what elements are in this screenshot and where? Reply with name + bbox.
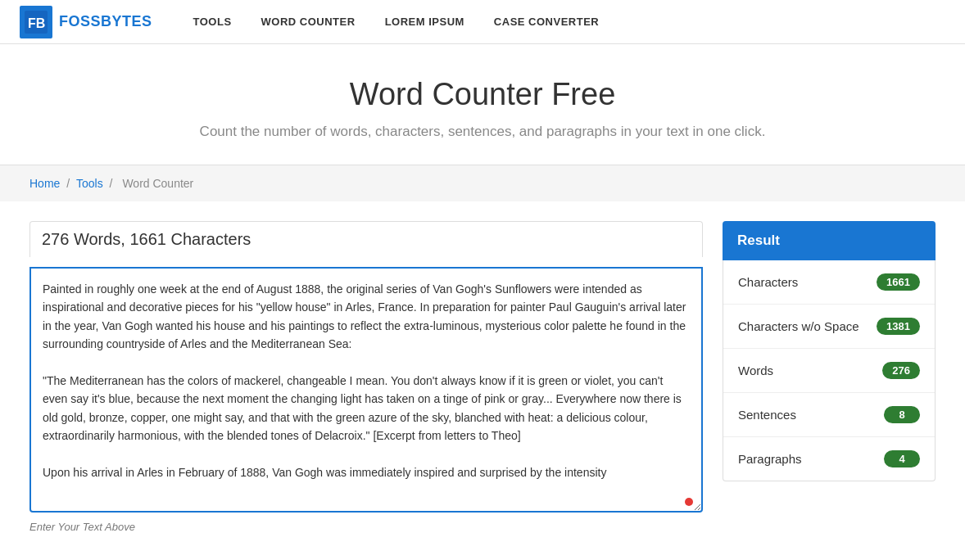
- result-label-characters: Characters: [738, 275, 798, 289]
- page-subtitle: Count the number of words, characters, s…: [16, 124, 949, 140]
- result-item-chars-no-space: Characters w/o Space 1381: [723, 305, 935, 349]
- textarea-wrapper: Painted in roughly one week at the end o…: [29, 267, 703, 516]
- word-count-summary: 276 Words, 1661 Characters: [29, 221, 703, 257]
- text-input[interactable]: Painted in roughly one week at the end o…: [29, 267, 703, 513]
- nav-tools[interactable]: TOOLS: [179, 0, 247, 44]
- result-item-characters: Characters 1661: [723, 260, 935, 305]
- result-badge-chars-no-space: 1381: [877, 318, 920, 335]
- result-label-sentences: Sentences: [738, 408, 796, 422]
- breadcrumb-sep-1: /: [66, 177, 73, 190]
- result-badge-words: 276: [882, 362, 920, 379]
- svg-text:FB: FB: [28, 16, 45, 30]
- page-title: Word Counter Free: [16, 77, 949, 112]
- breadcrumb-sep-2: /: [110, 177, 116, 190]
- logo-icon: FB: [20, 6, 52, 38]
- result-badge-paragraphs: 4: [884, 450, 920, 467]
- result-item-sentences: Sentences 8: [723, 393, 935, 437]
- right-panel: Result Characters 1661 Characters w/o Sp…: [723, 221, 936, 481]
- red-dot-indicator: [685, 498, 693, 506]
- result-label-chars-no-space: Characters w/o Space: [738, 319, 859, 333]
- result-item-paragraphs: Paragraphs 4: [723, 437, 935, 481]
- result-item-words: Words 276: [723, 349, 935, 393]
- nav-case-converter[interactable]: CASE CONVERTER: [479, 0, 614, 44]
- result-list: Characters 1661 Characters w/o Space 138…: [723, 260, 936, 481]
- nav-links: TOOLS WORD COUNTER LOREM IPSUM CASE CONV…: [179, 0, 614, 44]
- result-label-words: Words: [738, 364, 773, 377]
- logo-link[interactable]: FB FOSSBYTES: [20, 6, 152, 38]
- textarea-hint: Enter Your Text Above: [29, 521, 703, 533]
- nav-lorem-ipsum[interactable]: LOREM IPSUM: [370, 0, 479, 44]
- result-badge-sentences: 8: [884, 406, 920, 423]
- result-header: Result: [723, 221, 936, 260]
- nav-word-counter[interactable]: WORD COUNTER: [247, 0, 370, 44]
- breadcrumb: Home / Tools / Word Counter: [0, 165, 965, 201]
- navbar: FB FOSSBYTES TOOLS WORD COUNTER LOREM IP…: [0, 0, 965, 44]
- breadcrumb-tools[interactable]: Tools: [76, 177, 103, 190]
- main-content: 276 Words, 1661 Characters Painted in ro…: [0, 201, 965, 553]
- result-label-paragraphs: Paragraphs: [738, 452, 802, 466]
- result-badge-characters: 1661: [877, 273, 920, 291]
- logo-text: FOSSBYTES: [59, 13, 152, 30]
- breadcrumb-current: Word Counter: [122, 177, 193, 190]
- left-panel: 276 Words, 1661 Characters Painted in ro…: [29, 221, 703, 533]
- hero-section: Word Counter Free Count the number of wo…: [0, 44, 965, 165]
- breadcrumb-home[interactable]: Home: [29, 177, 60, 190]
